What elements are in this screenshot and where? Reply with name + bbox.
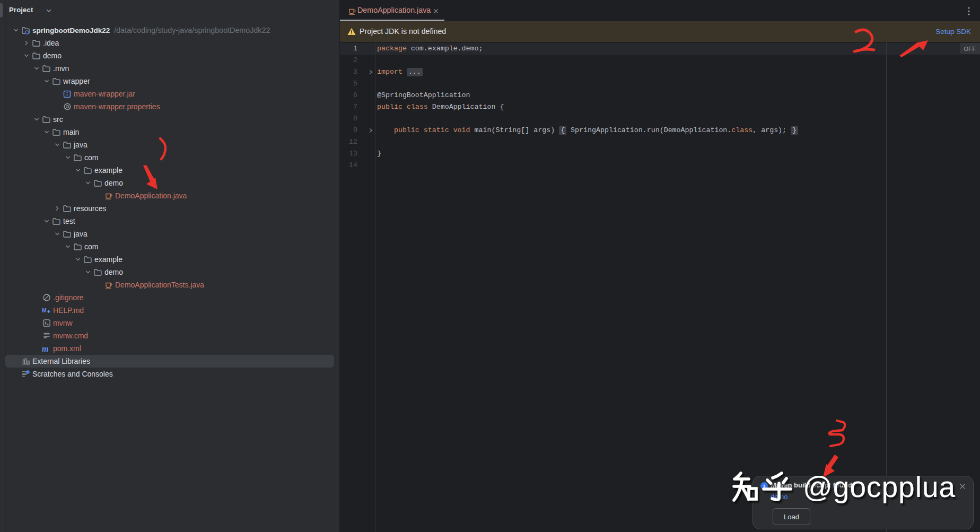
svg-text:m: m [42,344,48,353]
svg-text:M: M [42,308,47,313]
